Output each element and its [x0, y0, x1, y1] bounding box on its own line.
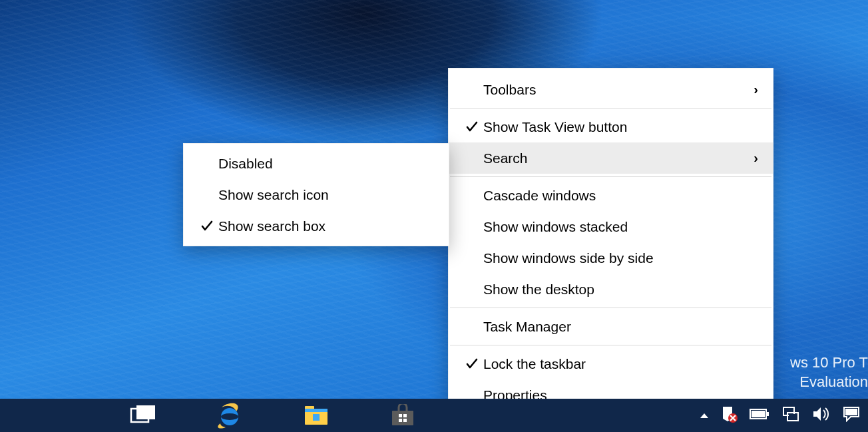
menu-label: Disabled: [218, 156, 434, 172]
menu-item-show-windows-stacked[interactable]: Show windows stacked: [449, 211, 773, 242]
task-view-button[interactable]: [100, 399, 186, 432]
store-icon: [391, 404, 415, 427]
taskbar-pinned-area: [0, 399, 446, 432]
svg-point-3: [221, 413, 238, 420]
security-alert-icon[interactable]: [720, 405, 738, 426]
submenu-arrow-icon: ›: [742, 82, 758, 97]
svg-rect-20: [845, 409, 857, 415]
file-explorer-icon: [304, 405, 329, 426]
svg-rect-1: [136, 405, 155, 419]
submenu-item-disabled[interactable]: Disabled: [184, 148, 449, 179]
menu-label: Show windows side by side: [483, 250, 742, 266]
menu-separator: [450, 176, 771, 177]
checkmark-icon: [461, 120, 483, 134]
menu-label: Show search icon: [218, 187, 434, 203]
svg-rect-6: [305, 409, 327, 412]
menu-separator: [450, 308, 771, 308]
menu-separator: [450, 345, 771, 345]
search-submenu: Disabled Show search icon Show search bo…: [183, 143, 449, 246]
task-view-icon: [129, 405, 157, 425]
system-tray: [695, 399, 868, 432]
svg-rect-11: [399, 419, 402, 422]
action-center-icon[interactable]: [843, 406, 860, 425]
svg-rect-10: [403, 414, 407, 417]
menu-item-search[interactable]: Search ›: [449, 142, 773, 174]
submenu-item-show-search-icon[interactable]: Show search icon: [184, 179, 449, 210]
menu-item-show-desktop[interactable]: Show the desktop: [449, 274, 773, 305]
menu-label: Search: [483, 150, 742, 166]
checkmark-icon: [196, 220, 218, 233]
battery-icon[interactable]: [750, 407, 769, 423]
menu-label: Cascade windows: [483, 188, 742, 204]
svg-rect-19: [789, 414, 797, 419]
svg-rect-9: [399, 414, 402, 417]
svg-rect-16: [752, 411, 765, 417]
network-icon[interactable]: [781, 406, 800, 425]
taskbar[interactable]: [0, 399, 868, 432]
svg-rect-8: [392, 411, 413, 425]
menu-item-cascade-windows[interactable]: Cascade windows: [449, 180, 773, 211]
svg-rect-7: [313, 414, 320, 421]
menu-item-show-task-view[interactable]: Show Task View button: [449, 111, 773, 142]
volume-icon[interactable]: [812, 406, 831, 425]
svg-rect-12: [403, 419, 407, 422]
menu-separator: [450, 108, 771, 108]
tray-overflow-icon[interactable]: [700, 413, 708, 418]
menu-label: Show search box: [218, 218, 434, 234]
menu-label: Task Manager: [483, 319, 742, 335]
menu-item-task-manager[interactable]: Task Manager: [449, 311, 773, 342]
store-button[interactable]: [359, 399, 446, 432]
menu-label: Show windows stacked: [483, 219, 742, 235]
menu-item-lock-taskbar[interactable]: Lock the taskbar: [449, 348, 773, 379]
internet-explorer-button[interactable]: [186, 399, 273, 432]
svg-rect-15: [767, 412, 769, 416]
menu-item-show-side-by-side[interactable]: Show windows side by side: [449, 242, 773, 274]
submenu-item-show-search-box[interactable]: Show search box: [184, 210, 449, 242]
menu-label: Show the desktop: [483, 282, 742, 298]
checkmark-icon: [461, 357, 483, 371]
taskbar-context-menu: Toolbars › Show Task View button Search …: [448, 68, 773, 417]
menu-item-toolbars[interactable]: Toolbars ›: [449, 74, 773, 105]
submenu-arrow-icon: ›: [742, 150, 758, 166]
menu-label: Lock the taskbar: [483, 356, 742, 372]
file-explorer-button[interactable]: [273, 399, 359, 432]
menu-label: Toolbars: [483, 82, 742, 98]
internet-explorer-icon: [216, 402, 243, 429]
menu-label: Show Task View button: [483, 119, 742, 135]
